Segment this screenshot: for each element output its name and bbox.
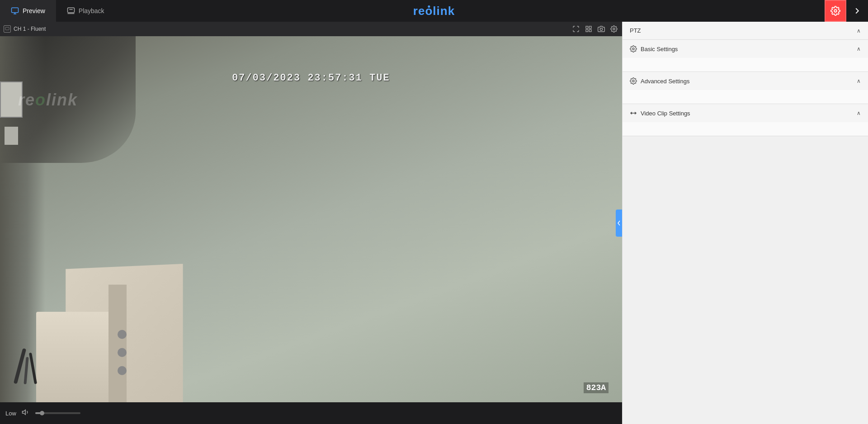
video-settings-icon[interactable] <box>609 24 618 33</box>
basic-settings-header[interactable]: Basic Settings ∧ <box>623 40 868 58</box>
svg-point-8 <box>600 28 602 30</box>
next-button[interactable] <box>846 0 868 22</box>
fullscreen-icon[interactable] <box>571 24 580 33</box>
video-clip-settings-chevron-icon: ∧ <box>857 110 861 116</box>
basic-settings-content <box>623 58 868 71</box>
settings-button[interactable] <box>825 0 846 22</box>
channel-info: CH 1 - Fluent <box>4 25 46 33</box>
svg-rect-4 <box>586 26 588 29</box>
svg-rect-0 <box>12 8 19 13</box>
video-feed: reolink 07/03/2023 23:57:31 TUE <box>0 36 622 402</box>
advanced-settings-section: Advanced Settings ∧ <box>623 72 868 104</box>
scene-objects <box>36 230 208 402</box>
advanced-settings-header-left: Advanced Settings <box>630 77 689 85</box>
video-bottom-bar: Low <box>0 402 622 424</box>
hole1 <box>118 366 127 375</box>
volume-icon[interactable] <box>22 408 30 418</box>
basic-settings-chevron-icon: ∧ <box>857 46 861 52</box>
ptz-label: PTZ <box>630 27 641 34</box>
basic-settings-gear-icon <box>630 45 637 52</box>
video-clip-icon <box>630 110 637 117</box>
svg-point-9 <box>613 28 615 30</box>
channel-icon <box>4 25 11 33</box>
svg-point-2 <box>834 10 837 12</box>
preview-icon <box>11 7 19 15</box>
ptz-chevron-icon: ∧ <box>857 28 861 34</box>
advanced-settings-gear-icon <box>630 77 637 85</box>
ptz-section-header[interactable]: PTZ ∧ <box>623 22 868 40</box>
svg-marker-10 <box>22 410 25 415</box>
camera-id: 823A <box>584 382 609 393</box>
watermark: reolink <box>18 91 78 110</box>
advanced-settings-content <box>623 90 868 104</box>
svg-rect-5 <box>589 26 591 29</box>
sidebar-collapse-handle[interactable] <box>616 210 622 237</box>
quality-label: Low <box>5 410 16 417</box>
preview-tab[interactable]: Preview <box>0 0 56 22</box>
video-clip-settings-header[interactable]: Video Clip Settings ∧ <box>623 104 868 122</box>
video-top-bar: CH 1 - Fluent <box>0 22 622 36</box>
basic-settings-label: Basic Settings <box>641 46 678 52</box>
video-clip-settings-header-left: Video Clip Settings <box>630 110 690 117</box>
hole2 <box>118 348 127 357</box>
advanced-settings-label: Advanced Settings <box>641 78 689 85</box>
snapshot-icon[interactable] <box>597 24 606 33</box>
arrow-right-icon <box>852 6 862 16</box>
nav-right-icons <box>825 0 868 22</box>
svg-point-12 <box>632 80 634 82</box>
right-sidebar: PTZ ∧ Basic Settings ∧ <box>622 22 868 424</box>
volume-slider[interactable] <box>35 412 80 414</box>
advanced-settings-header[interactable]: Advanced Settings ∧ <box>623 72 868 90</box>
video-controls-right <box>571 24 618 33</box>
app-logo: reolink <box>413 4 455 18</box>
svg-rect-3 <box>5 27 9 30</box>
svg-rect-6 <box>589 29 591 32</box>
advanced-settings-chevron-icon: ∧ <box>857 78 861 84</box>
volume-dot <box>40 411 44 415</box>
playback-icon <box>67 7 75 15</box>
hole3 <box>118 330 127 339</box>
playback-label: Playback <box>79 7 104 14</box>
main-content: CH 1 - Fluent <box>0 22 868 424</box>
top-navigation: Preview Playback reolink <box>0 0 868 22</box>
gear-icon <box>830 6 840 16</box>
bracket-side <box>108 285 127 402</box>
svg-rect-7 <box>586 29 588 32</box>
svg-rect-1 <box>67 8 74 13</box>
video-timestamp: 07/03/2023 23:57:31 TUE <box>232 72 390 84</box>
video-clip-settings-label: Video Clip Settings <box>641 110 690 117</box>
wall-item2 <box>5 127 18 145</box>
basic-settings-section: Basic Settings ∧ <box>623 40 868 72</box>
video-clip-settings-content <box>623 122 868 136</box>
video-area: CH 1 - Fluent <box>0 22 622 424</box>
playback-tab[interactable]: Playback <box>56 0 115 22</box>
grid-icon[interactable] <box>584 24 593 33</box>
basic-settings-header-left: Basic Settings <box>630 45 678 52</box>
svg-point-11 <box>632 48 634 50</box>
video-overlay: reolink 07/03/2023 23:57:31 TUE <box>0 36 622 402</box>
preview-label: Preview <box>23 7 45 14</box>
ptz-header-left: PTZ <box>630 27 641 34</box>
channel-label: CH 1 - Fluent <box>14 26 46 32</box>
video-clip-settings-section: Video Clip Settings ∧ <box>623 104 868 136</box>
cables <box>14 357 50 384</box>
